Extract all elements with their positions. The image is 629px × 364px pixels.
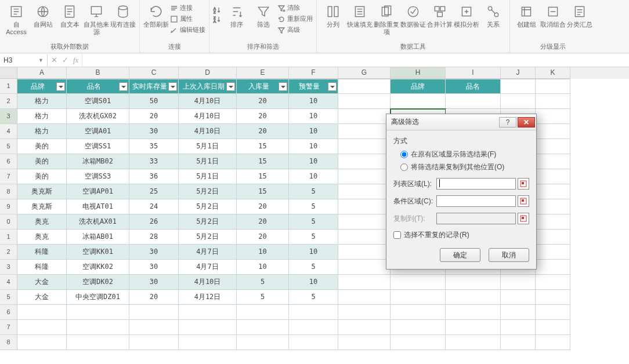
cell[interactable]: 空调SS3	[67, 169, 129, 184]
filter-dropdown-icon[interactable]	[226, 82, 235, 91]
cell[interactable]: 20	[129, 290, 179, 305]
cell[interactable]: 空调KK01	[67, 245, 129, 260]
cell[interactable]: 入库量	[237, 79, 289, 94]
cell[interactable]	[338, 230, 391, 245]
cell[interactable]	[536, 139, 570, 154]
cell[interactable]: 实时库存量	[129, 79, 179, 94]
cell[interactable]	[179, 320, 237, 335]
sort-asc-button[interactable]: AZ	[213, 6, 223, 14]
text-to-columns-button[interactable]: 分列	[320, 1, 346, 39]
cell[interactable]: 35	[129, 139, 179, 154]
cell[interactable]: 奥克斯	[17, 199, 67, 214]
cell[interactable]: 格力	[17, 109, 67, 124]
cell[interactable]	[446, 290, 501, 305]
cell[interactable]	[536, 290, 570, 305]
cell[interactable]: 冰箱MB02	[67, 154, 129, 169]
cell[interactable]: 30	[129, 245, 179, 260]
cell[interactable]: 5	[289, 260, 338, 275]
cell[interactable]	[67, 320, 129, 335]
cell[interactable]	[501, 335, 536, 350]
cell[interactable]	[67, 335, 129, 350]
cell[interactable]: 5	[237, 275, 289, 290]
cell[interactable]	[536, 169, 570, 184]
cell[interactable]: 4月10日	[179, 109, 237, 124]
sort-desc-button[interactable]: ZA	[213, 15, 223, 23]
cell[interactable]	[237, 335, 289, 350]
cell[interactable]: 5月2日	[179, 230, 237, 245]
cell[interactable]	[338, 260, 391, 275]
cell[interactable]: 4月7日	[179, 245, 237, 260]
whatif-button[interactable]: 模拟分析	[454, 1, 479, 39]
cell[interactable]	[391, 94, 446, 109]
cell[interactable]: 空调S01	[67, 94, 129, 109]
cell[interactable]	[338, 184, 391, 199]
cell[interactable]: 20	[129, 109, 179, 124]
cell[interactable]: 大金	[17, 275, 67, 290]
cell[interactable]	[501, 275, 536, 290]
dialog-close-button[interactable]: ✕	[518, 117, 535, 128]
unique-records-checkbox[interactable]	[393, 231, 401, 239]
cell[interactable]	[338, 139, 391, 154]
cell[interactable]	[17, 305, 67, 320]
data-validation-button[interactable]: 数据验证	[400, 1, 426, 39]
group-button[interactable]: 创建组	[514, 1, 539, 39]
cell[interactable]: 大金	[17, 290, 67, 305]
cell[interactable]	[129, 335, 179, 350]
filter-dropdown-icon[interactable]	[119, 82, 128, 91]
cell[interactable]: 30	[129, 124, 179, 139]
cell[interactable]: 5月1日	[179, 169, 237, 184]
column-header-J[interactable]: J	[501, 67, 536, 79]
column-header-I[interactable]: I	[446, 67, 501, 79]
cell[interactable]: 10	[289, 139, 338, 154]
column-header-A[interactable]: A	[17, 67, 67, 79]
cell[interactable]: 20	[237, 109, 289, 124]
filter-dropdown-icon[interactable]	[56, 82, 65, 91]
subtotal-button[interactable]: 分类汇总	[567, 1, 592, 39]
cell[interactable]	[536, 184, 570, 199]
cell[interactable]	[536, 245, 570, 260]
cell[interactable]: 5	[289, 214, 338, 230]
row-header[interactable]: 5	[0, 290, 17, 305]
cell[interactable]	[338, 245, 391, 260]
cell[interactable]: 洗衣机AX01	[67, 214, 129, 230]
cell[interactable]: 25	[129, 184, 179, 199]
cell[interactable]	[536, 79, 570, 94]
row-header[interactable]: 4	[0, 124, 17, 139]
cell[interactable]: 美的	[17, 169, 67, 184]
cell[interactable]: 洗衣机GX02	[67, 109, 129, 124]
cell[interactable]: 上次入库日期	[179, 79, 237, 94]
cell[interactable]: 格力	[17, 94, 67, 109]
cell[interactable]	[501, 94, 536, 109]
cell[interactable]	[338, 305, 391, 320]
cell[interactable]	[536, 305, 570, 320]
row-header[interactable]: 1	[0, 79, 17, 94]
row-header[interactable]: 2	[0, 245, 17, 260]
row-header[interactable]: 6	[0, 154, 17, 169]
cell[interactable]: 5	[289, 184, 338, 199]
row-header[interactable]: 1	[0, 230, 17, 245]
cell[interactable]: 15	[237, 139, 289, 154]
cell[interactable]: 科隆	[17, 260, 67, 275]
cell[interactable]: 中央空调DZ01	[67, 290, 129, 305]
refresh-all-button[interactable]: 全部刷新	[143, 1, 169, 39]
cell[interactable]	[536, 199, 570, 214]
cell[interactable]	[289, 320, 338, 335]
copy-to-ref-button[interactable]	[518, 213, 529, 224]
edit-links-button[interactable]: 编辑链接	[170, 25, 205, 35]
cell[interactable]	[446, 320, 501, 335]
cell[interactable]	[338, 169, 391, 184]
flash-fill-button[interactable]: 快速填充	[347, 1, 373, 39]
cell[interactable]: 科隆	[17, 245, 67, 260]
cell[interactable]: 15	[237, 184, 289, 199]
remove-duplicates-button[interactable]: 删除重复项	[374, 1, 399, 39]
cell[interactable]: 品牌	[17, 79, 67, 94]
cell[interactable]	[338, 275, 391, 290]
formula-input[interactable]	[82, 53, 629, 67]
cell[interactable]: 20	[237, 230, 289, 245]
name-box[interactable]: H3▼	[0, 54, 48, 67]
cell[interactable]	[536, 230, 570, 245]
cell[interactable]	[446, 94, 501, 109]
criteria-range-input[interactable]	[436, 195, 516, 207]
cell[interactable]	[536, 320, 570, 335]
list-range-input[interactable]	[436, 178, 516, 190]
